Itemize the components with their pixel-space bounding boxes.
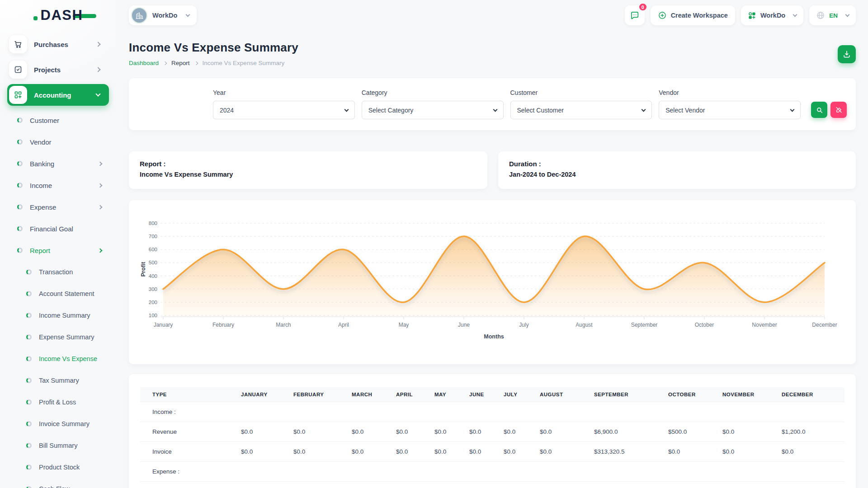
sidebar-item-account-statement[interactable]: Account Statement (0, 283, 116, 305)
year-label: Year (213, 89, 355, 96)
chevron-right-icon (98, 205, 103, 209)
filter-card: Year 2024 Category Select Category Custo… (129, 78, 856, 130)
download-button[interactable] (838, 45, 856, 63)
sidebar-item-banking[interactable]: Banking (0, 153, 116, 174)
reset-filter-button[interactable] (830, 102, 847, 118)
bullet-icon (26, 356, 32, 361)
bullet-icon (26, 465, 32, 470)
report-label: Report : (140, 160, 476, 168)
bullet-icon (26, 486, 32, 488)
sidebar-item-product-stock[interactable]: Product Stock (0, 456, 116, 478)
sidebar-item-profit-loss[interactable]: Profit & Loss (0, 391, 116, 413)
create-workspace-button[interactable]: Create Workspace (651, 5, 735, 25)
apply-filter-button[interactable] (811, 102, 827, 118)
chevron-down-icon (642, 107, 646, 112)
svg-text:September: September (631, 322, 658, 328)
app-logo[interactable]: DASH (0, 0, 116, 31)
cell-value (668, 462, 722, 482)
sidebar-item-label: Tax Summary (39, 377, 79, 384)
vendor-field: Vendor Select Vendor (659, 89, 801, 119)
workdo-menu-label: WorkDo (760, 12, 785, 19)
year-select-value: 2024 (220, 107, 234, 114)
sidebar-item-report[interactable]: Report (0, 239, 116, 261)
sidebar-item-expense-summary[interactable]: Expense Summary (0, 326, 116, 348)
bullet-icon (26, 313, 32, 318)
sidebar-item-label: Profit & Loss (39, 399, 76, 406)
chevron-down-icon (790, 107, 795, 112)
svg-text:August: August (576, 322, 593, 328)
column-header-march: MARCH (352, 387, 396, 402)
sidebar-item-income-summary[interactable]: Income Summary (0, 305, 116, 326)
messages-button[interactable]: 0 (625, 5, 645, 25)
sidebar-item-tax-summary[interactable]: Tax Summary (0, 370, 116, 391)
sidebar-item-label: Product Stock (39, 464, 80, 471)
sidebar-item-bill-summary[interactable]: Bill Summary (0, 435, 116, 456)
cell-value: $0.0 (540, 442, 594, 462)
sidebar-item-accounting[interactable]: Accounting (7, 84, 109, 106)
column-header-september: SEPTEMBER (594, 387, 668, 402)
sidebar-item-expense[interactable]: Expense (0, 196, 116, 218)
sidebar-item-income[interactable]: Income (0, 174, 116, 196)
bullet-icon (17, 117, 23, 123)
cell-value (434, 462, 469, 482)
row-label: Revenue (140, 422, 241, 442)
cell-value: $0.0 (241, 422, 293, 442)
report-value: Income Vs Expense Summary (140, 171, 476, 178)
language-selector[interactable]: EN (809, 5, 856, 25)
bullet-icon (17, 204, 23, 210)
cell-value (434, 402, 469, 422)
chevron-down-icon (793, 12, 797, 17)
breadcrumb-report[interactable]: Report (171, 60, 190, 66)
topbar-right: 0 Create Workspace WorkDo (625, 5, 856, 25)
cell-value: $1,200.0 (782, 422, 844, 442)
workdo-menu-button[interactable]: WorkDo (741, 5, 803, 25)
svg-text:800: 800 (149, 221, 157, 226)
year-select[interactable]: 2024 (213, 101, 355, 119)
column-header-november: NOVEMBER (722, 387, 782, 402)
chevron-right-icon (98, 161, 103, 166)
vendor-select[interactable]: Select Vendor (659, 101, 801, 119)
sidebar: DASH PurchasesProjectsAccountingCustomer… (0, 0, 116, 488)
sidebar-item-financial-goal[interactable]: Financial Goal (0, 218, 116, 239)
sidebar-item-income-vs-expense[interactable]: Income Vs Expense (0, 348, 116, 370)
column-header-june: JUNE (469, 387, 504, 402)
category-select[interactable]: Select Category (362, 101, 504, 119)
bullet-icon (17, 226, 23, 231)
customer-field: Customer Select Customer (510, 89, 652, 119)
column-header-may: MAY (434, 387, 469, 402)
sidebar-item-transaction[interactable]: Transaction (0, 261, 116, 283)
svg-text:400: 400 (149, 273, 157, 279)
svg-text:December: December (812, 322, 837, 328)
chevron-right-icon (163, 61, 167, 65)
cell-value (396, 402, 434, 422)
column-header-august: AUGUST (540, 387, 594, 402)
breadcrumb: Dashboard Report Income Vs Expense Summa… (129, 60, 298, 66)
cell-value: $0.0 (241, 442, 293, 462)
column-header-january: JANUARY (241, 387, 293, 402)
sidebar-item-customer[interactable]: Customer (0, 109, 116, 131)
breadcrumb-dashboard[interactable]: Dashboard (129, 60, 159, 66)
sidebar-item-vendor[interactable]: Vendor (0, 131, 116, 153)
svg-text:200: 200 (149, 300, 157, 305)
bullet-icon (26, 291, 32, 296)
cell-value (504, 462, 540, 482)
cell-value (396, 462, 434, 482)
cell-value: $0.0 (293, 422, 352, 442)
cell-value (352, 462, 396, 482)
duration-label: Duration : (509, 160, 845, 168)
sidebar-item-label: Transaction (39, 268, 73, 276)
category-field: Category Select Category (362, 89, 504, 119)
sidebar-item-label: Customer (30, 117, 59, 124)
cell-value (594, 462, 668, 482)
customer-select[interactable]: Select Customer (510, 101, 652, 119)
cell-value: $0.0 (540, 422, 594, 442)
sidebar-item-invoice-summary[interactable]: Invoice Summary (0, 413, 116, 435)
sidebar-item-cash-flow[interactable]: Cash Flow (0, 478, 116, 488)
cell-value: $313,320.5 (594, 442, 668, 462)
workspace-switcher[interactable]: WorkDo (129, 5, 197, 25)
cart-icon (9, 35, 27, 53)
sidebar-item-purchases[interactable]: Purchases (7, 33, 109, 55)
table-header: TYPEJANUARYFEBRUARYMARCHAPRILMAYJUNEJULY… (140, 387, 844, 402)
svg-text:600: 600 (149, 247, 157, 252)
sidebar-item-projects[interactable]: Projects (7, 59, 109, 80)
